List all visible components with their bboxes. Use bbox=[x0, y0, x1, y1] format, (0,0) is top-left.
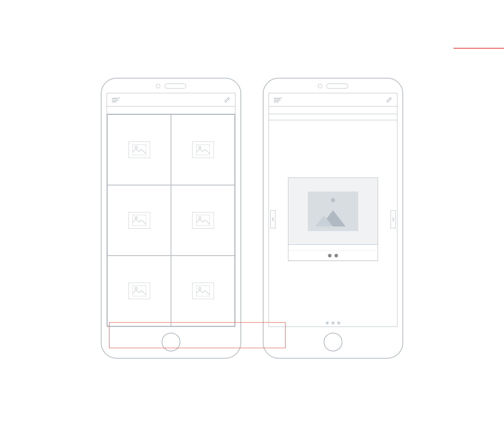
nav-dot-1[interactable] bbox=[326, 322, 329, 324]
grid-cell-1[interactable] bbox=[108, 115, 171, 185]
svg-point-11 bbox=[199, 287, 201, 289]
edit-icon-right[interactable] bbox=[386, 97, 392, 103]
grid-cell-3[interactable] bbox=[108, 185, 171, 255]
landscape-icon-6 bbox=[196, 286, 210, 296]
image-placeholder-1 bbox=[129, 141, 150, 158]
landscape-icon-5 bbox=[132, 286, 146, 296]
svg-rect-6 bbox=[196, 215, 210, 226]
landscape-icon-4 bbox=[196, 215, 210, 226]
screen-header-client bbox=[107, 93, 235, 107]
home-button-right[interactable] bbox=[324, 333, 342, 351]
svg-rect-4 bbox=[132, 215, 146, 226]
menu-line-r1 bbox=[274, 98, 280, 99]
image-placeholder-6 bbox=[192, 283, 214, 299]
carousel-arrow-right[interactable] bbox=[391, 210, 396, 228]
landscape-icon-1 bbox=[132, 144, 146, 155]
speaker-icon bbox=[165, 84, 186, 89]
svg-point-1 bbox=[135, 146, 137, 148]
screen-product bbox=[269, 93, 397, 327]
speaker-icon-right bbox=[327, 84, 348, 89]
menu-icon[interactable] bbox=[112, 98, 118, 102]
edit-svg bbox=[224, 97, 230, 103]
phone-client bbox=[101, 78, 241, 359]
svg-point-7 bbox=[199, 217, 201, 219]
grid-cell-5[interactable] bbox=[108, 256, 171, 326]
canvas bbox=[0, 0, 504, 436]
product-carousel-area bbox=[269, 120, 397, 327]
phone-product bbox=[263, 78, 403, 359]
date-row bbox=[269, 114, 397, 120]
menu-line-r2 bbox=[274, 100, 280, 100]
image-placeholder-3 bbox=[129, 212, 150, 229]
chevron-left-icon bbox=[272, 217, 274, 221]
carousel-dot-2[interactable] bbox=[334, 254, 338, 257]
svg-rect-8 bbox=[132, 286, 146, 296]
edit-icon[interactable] bbox=[224, 97, 230, 103]
product-title-row bbox=[269, 107, 397, 114]
chevron-right-icon bbox=[392, 217, 394, 221]
screen-header-product bbox=[269, 93, 397, 107]
menu-line-r3 bbox=[274, 102, 279, 102]
front-camera-icon bbox=[156, 84, 160, 88]
carousel-dot-1[interactable] bbox=[328, 254, 332, 257]
product-name-row bbox=[288, 245, 378, 251]
grid-cell-6[interactable] bbox=[171, 256, 234, 326]
menu-line-3 bbox=[112, 102, 117, 102]
menu-line-1 bbox=[112, 98, 118, 99]
menu-line-2 bbox=[112, 100, 118, 100]
annotation-line-right bbox=[454, 48, 504, 49]
nav-dot-2[interactable] bbox=[332, 322, 334, 324]
bottom-navigation-dots bbox=[269, 319, 397, 327]
edit-svg-right bbox=[386, 97, 392, 103]
annotation-box-bottom bbox=[109, 322, 285, 348]
image-placeholder-2 bbox=[192, 141, 214, 158]
nav-dot-3[interactable] bbox=[337, 322, 340, 324]
grid-cell-4[interactable] bbox=[171, 185, 234, 255]
product-card bbox=[288, 177, 378, 261]
carousel-indicator-dots bbox=[288, 251, 378, 261]
product-image-area bbox=[288, 178, 378, 245]
landscape-icon-2 bbox=[196, 144, 210, 155]
carousel-track bbox=[269, 120, 397, 319]
svg-rect-2 bbox=[196, 144, 210, 155]
svg-point-5 bbox=[135, 217, 137, 219]
menu-icon-right[interactable] bbox=[274, 98, 280, 102]
carousel-arrow-left[interactable] bbox=[270, 210, 275, 228]
svg-point-9 bbox=[135, 287, 137, 289]
svg-rect-10 bbox=[196, 286, 210, 296]
svg-rect-0 bbox=[132, 144, 146, 155]
svg-point-3 bbox=[199, 146, 201, 148]
mountains-icon bbox=[313, 207, 353, 228]
image-placeholder-4 bbox=[192, 212, 214, 229]
phone-top-bar-right bbox=[264, 78, 402, 93]
front-camera-icon-right bbox=[318, 84, 322, 88]
grid-cell-2[interactable] bbox=[171, 115, 234, 185]
screen-client bbox=[107, 93, 235, 327]
landscape-icon-3 bbox=[132, 215, 146, 226]
client-grid bbox=[107, 114, 235, 327]
client-title-row bbox=[107, 107, 235, 114]
phone-top-bar-left bbox=[102, 78, 240, 93]
product-image-placeholder bbox=[308, 192, 358, 231]
image-placeholder-5 bbox=[129, 283, 150, 299]
